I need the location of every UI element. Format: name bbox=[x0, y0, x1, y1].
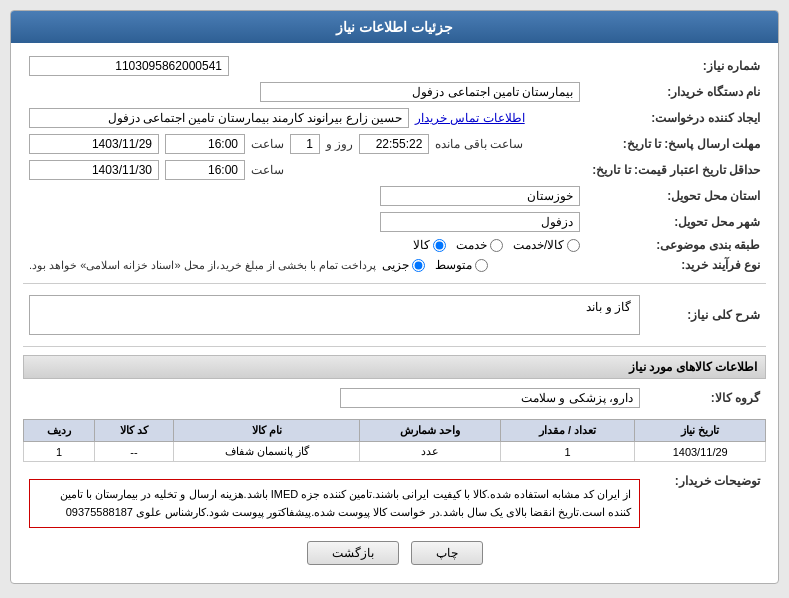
tabaghe-label-khedmat: خدمت bbox=[456, 238, 487, 252]
table-row: 1403/11/29 1 عدد گاز پانسمان شفاف -- 1 bbox=[24, 442, 766, 462]
cell-radif: 1 bbox=[24, 442, 95, 462]
noe-farayand-text: پرداخت تمام با بخشی از مبلغ خرید،از محل … bbox=[29, 259, 376, 272]
mohlat-label: مهلت ارسال پاسخ: تا تاریخ: bbox=[586, 131, 766, 157]
goods-table-body: 1403/11/29 1 عدد گاز پانسمان شفاف -- 1 bbox=[24, 442, 766, 462]
divider2 bbox=[23, 346, 766, 347]
cell-tedad: 1 bbox=[500, 442, 635, 462]
bottom-buttons: چاپ بازگشت bbox=[23, 541, 766, 573]
sherh-table: شرح کلی نیاز: گاز و باند bbox=[23, 292, 766, 338]
hadaghal-row: ساعت 16:00 1403/11/30 bbox=[29, 160, 580, 180]
noe-farayand-label: نوع فرآیند خرید: bbox=[586, 255, 766, 275]
row-hadaghal: حداقل تاریخ اعتبار قیمت: تا تاریخ: ساعت … bbox=[23, 157, 766, 183]
col-name: نام کالا bbox=[173, 420, 359, 442]
group-table: گروه کالا: دارو، پزشکی و سلامت bbox=[23, 385, 766, 411]
noe-label-motavaset: متوسط bbox=[435, 258, 472, 272]
goods-table: تاریخ نیاز تعداد / مقدار واحد شمارش نام … bbox=[23, 419, 766, 462]
noe-option-motavaset[interactable]: متوسط bbox=[435, 258, 488, 272]
roz-label: روز و bbox=[326, 137, 353, 151]
ijad-value: حسین زارع بیرانوند کارمند بیمارستان تامی… bbox=[29, 108, 409, 128]
shomare-label: شماره نیاز: bbox=[586, 53, 766, 79]
divider1 bbox=[23, 283, 766, 284]
tabaghe-radio-khedmat[interactable] bbox=[490, 239, 503, 252]
noe-radio-jozi[interactable] bbox=[412, 259, 425, 272]
tabaghe-label-kala-khedmat: کالا/خدمت bbox=[513, 238, 564, 252]
row-group: گروه کالا: دارو، پزشکی و سلامت bbox=[23, 385, 766, 411]
group-value: دارو، پزشکی و سلامت bbox=[340, 388, 640, 408]
desc-table: توضیحات خریدار: از ایران کد مشابه استفاد… bbox=[23, 470, 766, 531]
col-kod: کد کالا bbox=[95, 420, 174, 442]
row-desc: توضیحات خریدار: از ایران کد مشابه استفاد… bbox=[23, 470, 766, 531]
sherh-box: گاز و باند bbox=[29, 295, 640, 335]
mohlat-row: ساعت باقی مانده 22:55:22 روز و 1 ساعت 16… bbox=[29, 134, 580, 154]
noe-farayand-radio-group: متوسط جزیی bbox=[382, 258, 488, 272]
cell-vahed: عدد bbox=[360, 442, 500, 462]
row-sherh: شرح کلی نیاز: گاز و باند bbox=[23, 292, 766, 338]
remaining-label: ساعت باقی مانده bbox=[435, 137, 523, 151]
saat-label2: ساعت bbox=[251, 163, 284, 177]
ijad-row: اطلاعات تماس خریدار حسین زارع بیرانوند ک… bbox=[29, 108, 580, 128]
contact-link[interactable]: اطلاعات تماس خریدار bbox=[415, 111, 525, 125]
row-tabaghe: طبقه بندی موضوعی: کالا/خدمت خدمت bbox=[23, 235, 766, 255]
page-header: جزئیات اطلاعات نیاز bbox=[11, 11, 778, 43]
tabaghe-option-kala[interactable]: کالا bbox=[413, 238, 446, 252]
group-label-cell: گروه کالا: bbox=[646, 385, 766, 411]
bazgasht-button[interactable]: بازگشت bbox=[307, 541, 399, 565]
sherh-value: گاز و باند bbox=[586, 300, 631, 314]
row-shahr: شهر محل تحویل: دزفول bbox=[23, 209, 766, 235]
hadaghal-label: حداقل تاریخ اعتبار قیمت: تا تاریخ: bbox=[586, 157, 766, 183]
row-mohlat: مهلت ارسال پاسخ: تا تاریخ: ساعت باقی مان… bbox=[23, 131, 766, 157]
shahr-value: دزفول bbox=[380, 212, 580, 232]
hadaghal-time: 16:00 bbox=[165, 160, 245, 180]
goods-header-row: تاریخ نیاز تعداد / مقدار واحد شمارش نام … bbox=[24, 420, 766, 442]
row-ostan: استان محل تحویل: خوزستان bbox=[23, 183, 766, 209]
ijad-label: ایجاد کننده درخواست: bbox=[586, 105, 766, 131]
row-noe-farayand: نوع فرآیند خرید: متوسط جزیی bbox=[23, 255, 766, 275]
tabaghe-radio-group: کالا/خدمت خدمت کالا bbox=[29, 238, 580, 252]
cell-tarikh: 1403/11/29 bbox=[635, 442, 766, 462]
nam-dastgah-label: نام دستگاه خریدار: bbox=[586, 79, 766, 105]
info-table: شماره نیاز: 1103095862000541 نام دستگاه … bbox=[23, 53, 766, 275]
cell-name: گاز پانسمان شفاف bbox=[173, 442, 359, 462]
tabaghe-option-kala-khedmat[interactable]: کالا/خدمت bbox=[513, 238, 580, 252]
row-shomare: شماره نیاز: 1103095862000541 bbox=[23, 53, 766, 79]
desc-box: از ایران کد مشابه استفاده شده.کالا با کی… bbox=[29, 479, 640, 528]
col-vahed: واحد شمارش bbox=[360, 420, 500, 442]
kalaha-title: اطلاعات کالاهای مورد نیاز bbox=[23, 355, 766, 379]
cell-kod: -- bbox=[95, 442, 174, 462]
mohlat-saat: 22:55:22 bbox=[359, 134, 429, 154]
chap-button[interactable]: چاپ bbox=[411, 541, 483, 565]
tabaghe-radio-kala[interactable] bbox=[433, 239, 446, 252]
col-radif: ردیف bbox=[24, 420, 95, 442]
noe-radio-motavaset[interactable] bbox=[475, 259, 488, 272]
content-area: شماره نیاز: 1103095862000541 نام دستگاه … bbox=[11, 43, 778, 583]
tabaghe-option-khedmat[interactable]: خدمت bbox=[456, 238, 503, 252]
goods-table-header: تاریخ نیاز تعداد / مقدار واحد شمارش نام … bbox=[24, 420, 766, 442]
page-title: جزئیات اطلاعات نیاز bbox=[336, 19, 453, 35]
nam-dastgah-value: بیمارستان تامین اجتماعی دزفول bbox=[260, 82, 580, 102]
ostan-value: خوزستان bbox=[380, 186, 580, 206]
row-ijad: ایجاد کننده درخواست: اطلاعات تماس خریدار… bbox=[23, 105, 766, 131]
mohlat-date: 1403/11/29 bbox=[29, 134, 159, 154]
saat-inline-label: ساعت bbox=[251, 137, 284, 151]
main-container: جزئیات اطلاعات نیاز شماره نیاز: 11030958… bbox=[10, 10, 779, 584]
mohlat-time: 16:00 bbox=[165, 134, 245, 154]
tabaghe-label: طبقه بندی موضوعی: bbox=[586, 235, 766, 255]
tabaghe-radio-kala-khedmat[interactable] bbox=[567, 239, 580, 252]
sherh-label-cell: شرح کلی نیاز: bbox=[646, 292, 766, 338]
noe-label-jozi: جزیی bbox=[382, 258, 409, 272]
ostan-label: استان محل تحویل: bbox=[586, 183, 766, 209]
mohlat-roz: 1 bbox=[290, 134, 320, 154]
shahr-label: شهر محل تحویل: bbox=[586, 209, 766, 235]
tabaghe-label-kala: کالا bbox=[413, 238, 430, 252]
col-tedad: تعداد / مقدار bbox=[500, 420, 635, 442]
noe-option-jozi[interactable]: جزیی bbox=[382, 258, 425, 272]
noe-farayand-row: متوسط جزیی پرداخت تمام با بخشی از مبلغ خ… bbox=[29, 258, 580, 272]
desc-value: از ایران کد مشابه استفاده شده.کالا با کی… bbox=[60, 488, 631, 518]
col-tarikh: تاریخ نیاز bbox=[635, 420, 766, 442]
shomare-value: 1103095862000541 bbox=[29, 56, 229, 76]
desc-label-cell: توضیحات خریدار: bbox=[646, 470, 766, 531]
row-nam-dastgah: نام دستگاه خریدار: بیمارستان تامین اجتما… bbox=[23, 79, 766, 105]
shomare-row: 1103095862000541 bbox=[29, 56, 580, 76]
hadaghal-date: 1403/11/30 bbox=[29, 160, 159, 180]
